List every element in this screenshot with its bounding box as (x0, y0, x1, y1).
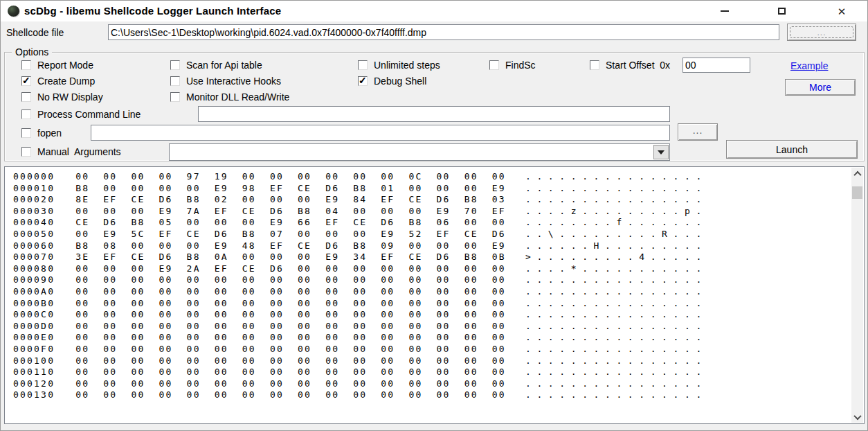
no-rw-display-label: No RW Display (37, 91, 103, 103)
interactive-hooks-label: Use Interactive Hooks (186, 76, 281, 87)
create-dump-label: Create Dump (37, 76, 95, 87)
process-command-line-checkbox[interactable] (21, 109, 31, 119)
findsc-label: FindSc (505, 60, 536, 71)
scroll-down-button[interactable] (851, 411, 863, 423)
hexdump-panel: 00000000 00 00 00 97 19 00 00 00 00 00 0… (4, 166, 865, 424)
start-offset-checkbox[interactable] (590, 60, 599, 70)
hex-row: 0000F000 00 00 00 00 00 00 00 00 00 00 0… (13, 344, 851, 355)
hex-row: 00011000 00 00 00 00 00 00 00 00 00 00 0… (13, 367, 851, 378)
close-icon: ✕ (838, 6, 847, 17)
hex-row: 000010B8 00 00 00 00 E9 98 EF CE D6 B8 0… (13, 183, 851, 195)
create-dump-checkbox[interactable] (21, 76, 31, 86)
report-mode-label: Report Mode (37, 60, 93, 71)
debug-shell-label: Debug Shell (374, 76, 426, 87)
process-command-line-input[interactable] (198, 106, 670, 122)
example-link[interactable]: Example (790, 60, 828, 71)
hexdump-rows: 00000000 00 00 00 97 19 00 00 00 00 00 0… (6, 168, 851, 423)
process-command-line-option: Process Command Line (21, 109, 141, 120)
hex-row: 00005000 E9 5C EF CE D6 B8 07 00 00 00 E… (13, 229, 851, 240)
launch-button[interactable]: Launch (726, 140, 858, 159)
monitor-dll-checkbox[interactable] (170, 92, 180, 102)
shellcode-browse-button[interactable]: ... (787, 24, 856, 41)
options-group-title: Options (12, 46, 52, 58)
hex-row: 0000D000 00 00 00 00 00 00 00 00 00 00 0… (13, 321, 851, 333)
chevron-down-icon (853, 412, 861, 419)
shellcode-file-input[interactable] (108, 24, 779, 40)
manual-arguments-label: Manual Arguments (37, 146, 121, 157)
start-offset-label: Start Offset 0x (606, 60, 670, 71)
titlebar: scDbg - libemu Shellcode Logger Launch I… (1, 1, 867, 21)
hex-row: 0000E000 00 00 00 00 00 00 00 00 00 00 0… (13, 332, 851, 344)
findsc-option: FindSc (489, 60, 536, 71)
hex-row: 00010000 00 00 00 00 00 00 00 00 00 00 0… (13, 355, 851, 367)
scrollbar-thumb[interactable] (852, 186, 862, 199)
close-button[interactable]: ✕ (826, 1, 858, 21)
fopen-input[interactable] (91, 125, 670, 141)
scroll-up-button[interactable] (851, 168, 863, 179)
scan-api-table-checkbox[interactable] (170, 60, 180, 70)
interactive-hooks-option: Use Interactive Hooks (170, 76, 281, 87)
chevron-up-icon (853, 170, 861, 178)
monitor-dll-option: Monitor DLL Read/Write (170, 91, 289, 103)
hex-row: 00000000 00 00 00 97 19 00 00 00 00 00 0… (13, 171, 851, 183)
manual-arguments-checkbox[interactable] (21, 147, 31, 157)
report-mode-checkbox[interactable] (21, 60, 31, 70)
interactive-hooks-checkbox[interactable] (170, 76, 180, 86)
debug-shell-option: Debug Shell (358, 76, 426, 87)
start-offset-option: Start Offset 0x (590, 60, 670, 71)
process-command-line-label: Process Command Line (37, 109, 141, 120)
report-mode-option: Report Mode (21, 60, 93, 71)
manual-arguments-option: Manual Arguments (21, 146, 121, 157)
unlimited-steps-checkbox[interactable] (358, 60, 368, 70)
fopen-browse-button[interactable]: ... (678, 123, 718, 141)
shellcode-file-label: Shellcode file (6, 27, 64, 38)
hex-row: 0000C000 00 00 00 00 00 00 00 00 00 00 0… (13, 309, 851, 321)
hex-row: 0000A000 00 00 00 00 00 00 00 00 00 00 0… (13, 286, 851, 298)
hex-row: 0000B000 00 00 00 00 00 00 00 00 00 00 0… (13, 298, 851, 310)
more-button[interactable]: More (785, 79, 856, 96)
fopen-option: fopen (21, 127, 62, 139)
minimize-icon (721, 10, 729, 12)
no-rw-display-option: No RW Display (21, 91, 103, 103)
hex-row: 00012000 00 00 00 00 00 00 00 00 00 00 0… (13, 378, 851, 390)
debug-shell-checkbox[interactable] (358, 76, 368, 86)
vertical-scrollbar[interactable] (851, 168, 863, 423)
create-dump-option: Create Dump (21, 76, 95, 87)
minimize-button[interactable] (709, 1, 741, 21)
no-rw-display-checkbox[interactable] (21, 92, 31, 102)
app-icon (8, 6, 19, 17)
hex-row: 00013000 00 00 00 00 00 00 00 00 00 00 0… (13, 389, 851, 401)
unlimited-steps-label: Unlimited steps (374, 60, 440, 71)
maximize-icon (778, 8, 786, 15)
fopen-checkbox[interactable] (21, 128, 31, 138)
hex-row: 00008000 00 00 E9 2A EF CE D6 00 00 00 0… (13, 263, 851, 275)
fopen-label: fopen (37, 127, 62, 139)
hex-row: 000040CE D6 B8 05 00 00 00 E9 66 EF CE D… (13, 217, 851, 229)
hex-row: 00003000 00 00 E9 7A EF CE D6 B8 04 00 0… (13, 206, 851, 218)
hex-row: 0000703E EF CE D6 B8 0A 00 00 00 E9 34 E… (13, 252, 851, 263)
scan-api-table-label: Scan for Api table (186, 60, 262, 71)
manual-arguments-combobox[interactable] (169, 143, 670, 161)
app-window: scDbg - libemu Shellcode Logger Launch I… (0, 0, 868, 431)
hex-row: 000060B8 08 00 00 00 E9 48 EF CE D6 B8 0… (13, 240, 851, 252)
scan-api-table-option: Scan for Api table (170, 60, 262, 71)
focus-rect: ... (790, 26, 853, 38)
unlimited-steps-option: Unlimited steps (358, 60, 440, 71)
hex-row: 0000208E EF CE D6 B8 02 00 00 00 E9 84 E… (13, 194, 851, 206)
hex-row: 00009000 00 00 00 00 00 00 00 00 00 00 0… (13, 274, 851, 286)
combo-dropdown-button[interactable] (653, 145, 669, 159)
maximize-button[interactable] (766, 1, 797, 21)
monitor-dll-label: Monitor DLL Read/Write (186, 91, 289, 103)
findsc-checkbox[interactable] (489, 60, 499, 70)
window-title: scDbg - libemu Shellcode Logger Launch I… (24, 1, 281, 21)
start-offset-input[interactable] (682, 58, 750, 73)
